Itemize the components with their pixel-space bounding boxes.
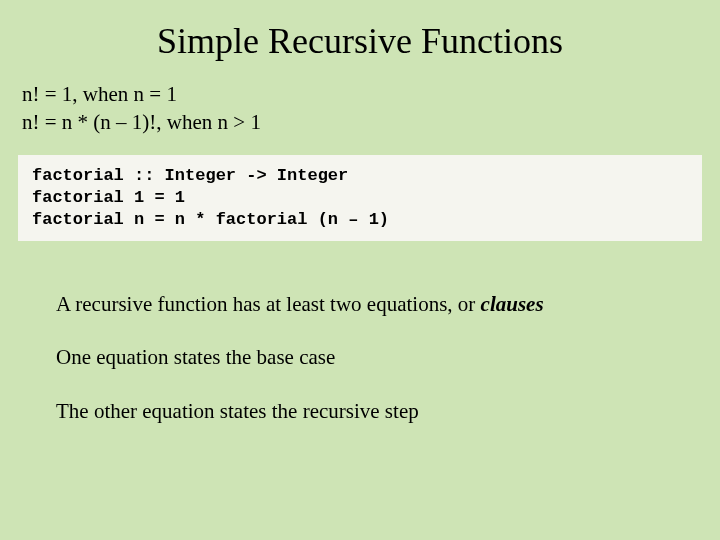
math-line-2: n! = n * (n – 1)!, when n > 1 [22,108,698,136]
slide: Simple Recursive Functions n! = 1, when … [0,0,720,540]
slide-title: Simple Recursive Functions [0,0,720,80]
code-block: factorial :: Integer -> Integerfactorial… [18,155,702,241]
math-definition: n! = 1, when n = 1 n! = n * (n – 1)!, wh… [0,80,720,155]
body-text: A recursive function has at least two eq… [0,241,720,425]
code-line-2: factorial 1 = 1 [32,187,688,209]
paragraph-3: The other equation states the recursive … [56,398,684,425]
code-line-1: factorial :: Integer -> Integer [32,165,688,187]
code-line-3: factorial n = n * factorial (n – 1) [32,209,688,231]
paragraph-1-emph: clauses [481,292,544,316]
paragraph-2: One equation states the base case [56,344,684,371]
paragraph-1-text: A recursive function has at least two eq… [56,292,481,316]
math-line-1: n! = 1, when n = 1 [22,80,698,108]
paragraph-1: A recursive function has at least two eq… [56,291,684,318]
